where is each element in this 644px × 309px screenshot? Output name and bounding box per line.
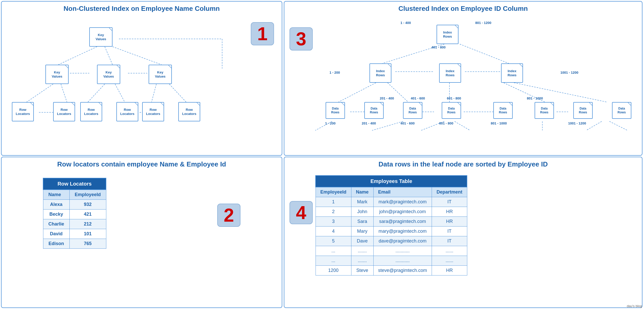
table-row: 1Markmark@pragimtech.comIT — [316, 197, 467, 207]
badge-3: 3 — [289, 27, 313, 51]
emp-col-name: Name — [351, 187, 373, 197]
employees-table: Employees Table EmployeeId Name Email De… — [315, 175, 467, 275]
range-bot-601-800: 601 - 800 — [439, 121, 453, 125]
leaf3-row-locators: RowLocators — [80, 102, 102, 121]
emp-table-header: Employees Table — [316, 176, 467, 187]
svg-line-8 — [169, 84, 187, 103]
data-row-3: DataRows — [403, 102, 422, 119]
svg-line-31 — [455, 121, 470, 130]
table-row: Edison765 — [43, 239, 106, 249]
table-row: 3Sarasara@pragimtech.comHR — [316, 217, 467, 227]
table-row: Alexa932 — [43, 200, 106, 210]
data-row-6: DataRows — [535, 102, 554, 119]
q2-title: Clustered Index on Employee ID Column — [284, 2, 642, 15]
table-row: 2Johnjohn@pragimtech.comHR — [316, 207, 467, 217]
table-cell: 932 — [69, 200, 106, 210]
svg-line-35 — [609, 121, 627, 130]
emp-col-dept: Department — [432, 187, 467, 197]
clustered-section: Clustered Index on Employee ID Column — [284, 1, 642, 156]
table-cell: Mary — [351, 227, 373, 236]
data-row-7: DataRows — [573, 102, 593, 119]
table-cell: sara@pragimtech.com — [373, 217, 432, 227]
range-1-200: 1 - 200 — [329, 71, 340, 74]
table-cell: IT — [432, 227, 467, 236]
table-cell: Steve — [351, 266, 373, 275]
data-row-8: DataRows — [612, 102, 631, 119]
badge-2: 2 — [217, 204, 240, 227]
table-row: ........................... — [316, 246, 467, 256]
svg-line-3 — [25, 84, 53, 103]
table-cell: 1 — [316, 197, 351, 207]
level2-right-index: IndexRows — [501, 63, 523, 83]
row-locators-table: Row Locators Name EmployeeId Alexa932Bec… — [43, 178, 106, 249]
leaf4-row-locators: RowLocators — [116, 102, 138, 121]
mid-right-key-values: KeyValues — [149, 65, 172, 84]
table-row: Becky421 — [43, 210, 106, 219]
table-row: David101 — [43, 229, 106, 239]
table-cell: Dave — [351, 236, 373, 246]
svg-line-0 — [58, 47, 97, 65]
svg-line-29 — [372, 121, 403, 130]
q3-title: Row locators contain employee Name & Emp… — [2, 157, 282, 170]
svg-line-2 — [112, 47, 162, 65]
range-801-1200: 801 - 1200 — [475, 21, 491, 25]
svg-line-6 — [115, 84, 125, 103]
table-cell: 765 — [69, 239, 106, 249]
table-cell: IT — [432, 236, 467, 246]
range-201-400: 201 - 400 — [380, 96, 394, 100]
table-cell: ....... — [351, 256, 373, 266]
table-cell: steve@pragimtech.com — [373, 266, 432, 275]
footer: dau's blog — [627, 304, 642, 308]
svg-line-4 — [61, 84, 67, 103]
rl-col-empid: EmployeeId — [69, 190, 106, 200]
table-cell: IT — [432, 197, 467, 207]
table-cell: ... — [316, 256, 351, 266]
table-cell: mary@pragimtech.com — [373, 227, 432, 236]
table-cell: HR — [432, 217, 467, 227]
leaf2-row-locators: RowLocators — [53, 102, 75, 121]
table-cell: 212 — [69, 219, 106, 229]
table-cell: 3 — [316, 217, 351, 227]
table-cell: HR — [432, 207, 467, 217]
q2-lines — [284, 2, 642, 155]
table-cell: dave@pragimtech.com — [373, 236, 432, 246]
q4-title: Data rows in the leaf node are sorted by… — [284, 157, 642, 170]
table-cell: ...... — [432, 246, 467, 256]
table-cell: Charlie — [43, 219, 69, 229]
table-cell: 101 — [69, 229, 106, 239]
non-clustered-section: Non-Clustered Index on Employee Name Col… — [1, 1, 282, 156]
emp-col-email: Email — [373, 187, 432, 197]
leaf1-row-locators: RowLocators — [12, 102, 34, 121]
q1-title: Non-Clustered Index on Employee Name Col… — [2, 2, 282, 15]
employees-section: Data rows in the leaf node are sorted by… — [284, 157, 642, 308]
rl-table-header: Row Locators — [43, 178, 106, 190]
svg-line-1 — [105, 47, 112, 65]
range-bot-201-400: 201 - 400 — [362, 121, 376, 125]
table-cell: HR — [432, 266, 467, 275]
table-cell: 421 — [69, 210, 106, 219]
table-row: Charlie212 — [43, 219, 106, 229]
root-key-values: KeyValues — [89, 27, 112, 47]
data-row-1: DataRows — [326, 102, 345, 119]
range-1001-1200: 1001 - 1200 — [560, 71, 578, 74]
level2-left-index: IndexRows — [369, 63, 391, 83]
table-cell: Mark — [351, 197, 373, 207]
badge-1: 1 — [251, 22, 274, 45]
table-cell: mark@pragimtech.com — [373, 197, 432, 207]
svg-line-18 — [339, 83, 376, 102]
table-cell: john@pragimtech.com — [373, 207, 432, 217]
range-bot-401-600: 401 - 600 — [400, 121, 415, 125]
table-row: 4Marymary@pragimtech.comIT — [316, 227, 467, 236]
range-bot-1001-1200: 1001 - 1200 — [568, 121, 586, 125]
emp-col-id: EmployeeId — [316, 187, 351, 197]
rl-col-name: Name — [43, 190, 69, 200]
q1-lines — [2, 2, 282, 155]
svg-line-5 — [87, 84, 105, 103]
table-cell: Alexa — [43, 200, 69, 210]
mid-left-key-values: KeyValues — [45, 65, 69, 84]
table-row: ........................... — [316, 256, 467, 266]
leaf6-row-locators: RowLocators — [178, 102, 200, 121]
range-401-800: 401 - 800 — [431, 45, 446, 49]
range-801-1000: 801 - 1000 — [527, 96, 543, 100]
level2-center-index: IndexRows — [439, 63, 461, 83]
